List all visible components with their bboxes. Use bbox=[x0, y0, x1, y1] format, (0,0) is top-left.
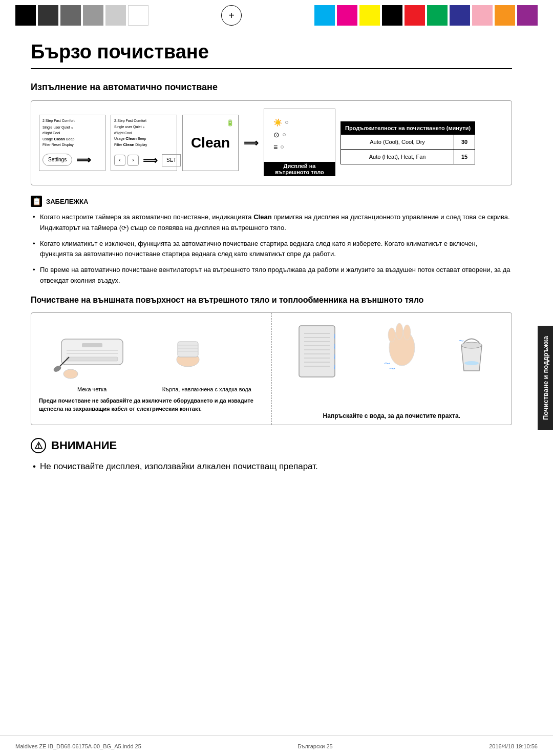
mode-cell-1: Auto (Cool), Cool, Dry bbox=[341, 135, 454, 149]
nav-right-btn[interactable]: › bbox=[127, 155, 139, 166]
main-content: Бързо почистване Изпълнение на автоматич… bbox=[0, 31, 553, 494]
warning-icon: ⚠ bbox=[31, 438, 46, 453]
section1-heading: Изпълнение на автоматично почистване bbox=[31, 82, 512, 93]
printer-marks-top bbox=[0, 0, 553, 31]
mark-cyan bbox=[314, 5, 335, 26]
illus-right: ≀ ≀ ≀ ≀ 〜 〜 bbox=[272, 313, 512, 425]
note-item-3: По време на автоматично почистване венти… bbox=[31, 265, 512, 286]
dot-row-3: ≡ bbox=[273, 143, 326, 151]
duration-table-header: Продължителност на почистването (минути) bbox=[341, 122, 475, 134]
svg-text:≀: ≀ bbox=[333, 342, 336, 350]
outdoor-svg-container: ≀ ≀ ≀ ≀ 〜 〜 bbox=[280, 321, 504, 392]
dot-circle-3 bbox=[281, 145, 284, 149]
illus-left: Мека четка Кърпа, навлажнена с хладка во… bbox=[31, 313, 272, 425]
mode-cell-2: Auto (Heat), Heat, Fan bbox=[341, 150, 454, 164]
svg-point-7 bbox=[63, 369, 78, 379]
clean-display-icon: 🔋 bbox=[226, 119, 234, 127]
svg-rect-2 bbox=[82, 343, 102, 347]
duration-row-2: Auto (Heat), Heat, Fan 15 bbox=[341, 149, 475, 164]
mark-pink bbox=[472, 5, 493, 26]
set-btn[interactable]: SET bbox=[162, 154, 181, 166]
note-item-2: Когато климатикът е изключен, функцията … bbox=[31, 239, 512, 260]
svg-text:〜: 〜 bbox=[389, 365, 395, 372]
note-header: 📋 ЗАБЕЛЕЖКА bbox=[31, 196, 512, 207]
arrow2: ⟹ bbox=[143, 153, 158, 167]
svg-point-30 bbox=[403, 325, 411, 340]
right-tab: Почистване и поддръжка bbox=[538, 326, 553, 430]
remote2-line1: 2-Step Fast Comfort bbox=[114, 118, 174, 124]
left-warning-caption: Преди почистване не забравяйте да изключ… bbox=[39, 396, 264, 413]
settings-btn[interactable]: Settings bbox=[42, 154, 72, 166]
duration-table: Продължителност на почистването (минути)… bbox=[341, 121, 475, 164]
outdoor-unit-svg: ≀ ≀ ≀ ≀ bbox=[296, 323, 348, 390]
section2-heading: Почистване на външната повърхност на вът… bbox=[31, 296, 512, 305]
mark-white bbox=[128, 5, 148, 26]
duration-row-1: Auto (Cool), Cool, Dry 30 bbox=[341, 134, 475, 149]
remote1-line2: Single user Quiet ₛ bbox=[42, 124, 102, 131]
remote-panel-2: 2-Step Fast Comfort Single user Quiet ₛ … bbox=[111, 115, 177, 172]
svg-point-29 bbox=[396, 323, 403, 340]
mark-vlight bbox=[105, 5, 126, 26]
minutes-cell-2: 15 bbox=[454, 150, 475, 164]
footer-left: Maldives ZE IB_DB68-06175A-00_BG_A5.indd… bbox=[15, 743, 141, 749]
mark-blue bbox=[450, 5, 470, 26]
timer-icon: ⊙ bbox=[273, 131, 280, 139]
svg-rect-1 bbox=[67, 357, 118, 361]
cloth-svg bbox=[162, 329, 214, 380]
note-box: 📋 ЗАБЕЛЕЖКА Когато настроите таймера за … bbox=[31, 196, 512, 286]
svg-text:≀: ≀ bbox=[333, 352, 336, 361]
diagram-box: 2 Step Fast Comfort Single user Quiet ₛ … bbox=[31, 100, 512, 185]
remote-panel-1: 2 Step Fast Comfort Single user Quiet ₛ … bbox=[39, 115, 105, 171]
bucket-svg: 〜 bbox=[456, 330, 487, 381]
printer-marks-left bbox=[15, 5, 148, 26]
svg-point-28 bbox=[388, 328, 395, 342]
nav-left-btn[interactable]: ‹ bbox=[114, 155, 125, 166]
svg-text:≀: ≀ bbox=[333, 363, 336, 371]
arrow3: ⟹ bbox=[244, 137, 259, 149]
warning-header: ⚠ ВНИМАНИЕ bbox=[31, 438, 512, 453]
warning-title: ВНИМАНИЕ bbox=[51, 439, 117, 452]
dot-circle-1 bbox=[285, 121, 288, 124]
remote2-line4: Usage Clean Beep bbox=[114, 136, 174, 142]
warning-list: Не почиствайте дисплея, използвайки алка… bbox=[31, 459, 512, 473]
remote2-line3: d'light Cool bbox=[114, 131, 174, 136]
mark-yellow bbox=[359, 5, 380, 26]
minutes-cell-1: 30 bbox=[454, 135, 475, 149]
mark-red bbox=[405, 5, 425, 26]
mark-purple bbox=[517, 5, 538, 26]
ac-svg-container: Мека четка Кърпа, навлажнена с хладка во… bbox=[39, 321, 264, 392]
arrow1: ⟹ bbox=[76, 153, 91, 167]
svg-point-34 bbox=[464, 361, 479, 365]
remote1-line5: Filter Reset Display bbox=[42, 142, 102, 148]
mark-green bbox=[427, 5, 448, 26]
footer-right: 2016/4/18 19:10:56 bbox=[489, 743, 538, 749]
bottom-bar: Maldives ZE IB_DB68-06175A-00_BG_A5.indd… bbox=[0, 736, 553, 756]
mark-black2 bbox=[382, 5, 402, 26]
page-title: Бързо почистване bbox=[31, 41, 512, 69]
ac-unit-svg bbox=[51, 329, 133, 380]
note-list: Когато настроите таймера за автоматично … bbox=[31, 212, 512, 286]
note-item-1: Когато настроите таймера за автоматично … bbox=[31, 212, 512, 234]
warning-item-1: Не почиствайте дисплея, използвайки алка… bbox=[31, 459, 512, 473]
mark-black bbox=[15, 5, 36, 26]
water-spray-caption: Напръскайте с вода, за да почистите прах… bbox=[272, 412, 512, 419]
note-header-label: ЗАБЕЛЕЖКА bbox=[46, 198, 88, 205]
cloth-caption: Кърпа, навлажнена с хладка вода bbox=[162, 386, 251, 392]
mark-light bbox=[83, 5, 103, 26]
illustration-area: Мека четка Кърпа, навлажнена с хладка во… bbox=[31, 312, 512, 425]
mark-dark bbox=[38, 5, 58, 26]
clean-label: Clean bbox=[191, 135, 230, 151]
mark-orange bbox=[495, 5, 515, 26]
dot-circle-2 bbox=[283, 133, 286, 136]
svg-text:〜: 〜 bbox=[459, 338, 464, 344]
brush-caption: Мека четка bbox=[51, 386, 133, 392]
sun-icon: ☀️ bbox=[273, 118, 282, 127]
remote1-line1: 2 Step Fast Comfort bbox=[42, 118, 102, 124]
crosshair-mark bbox=[221, 5, 242, 26]
svg-point-33 bbox=[461, 342, 482, 348]
dot-row-2: ⊙ bbox=[273, 131, 326, 139]
clean-display: 🔋 Clean bbox=[182, 115, 239, 171]
indoor-display-label: Дисплей на вътрешното тяло bbox=[264, 162, 335, 176]
nav-buttons: ‹ › bbox=[114, 155, 139, 166]
display-dots: ☀️ ⊙ ≡ bbox=[268, 113, 331, 156]
